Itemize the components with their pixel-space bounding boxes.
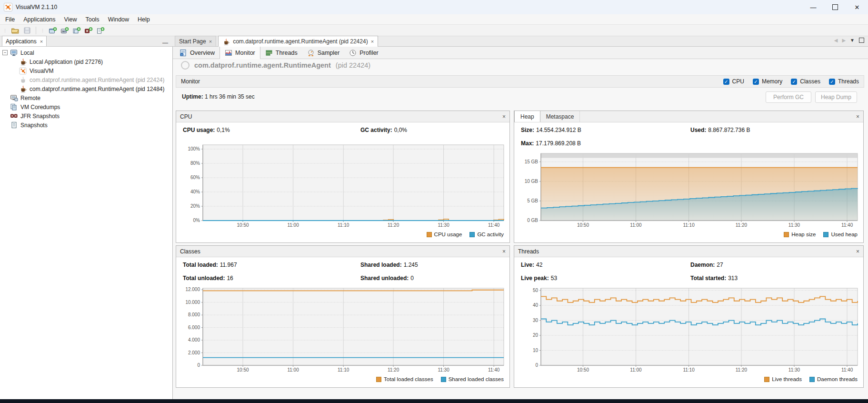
checkbox-memory[interactable]: ✓Memory (753, 78, 782, 85)
doc-tab-com-datprof-runtime-agent-runtimeagent-pid-22424[interactable]: com.datprof.runtime.agent.RuntimeAgent (… (218, 36, 378, 47)
menu-item-applications[interactable]: Applications (19, 15, 60, 24)
save-icon[interactable] (22, 26, 32, 35)
legend-label: Total loaded classes (384, 376, 433, 382)
legend-item-shared-loaded-classes: Shared loaded classes (441, 376, 504, 382)
stat-value: 42 (536, 262, 542, 268)
heap-stats: Size:14.554.234.912 BUsed:8.867.872.736 … (514, 122, 863, 151)
tree-item-snapshots[interactable]: Snapshots (0, 121, 172, 130)
legend-swatch (427, 232, 432, 237)
stat-shared-loaded: Shared loaded:1.245 (360, 262, 503, 272)
applications-tab[interactable]: Applications × (2, 36, 47, 46)
tab-label: Overview (190, 50, 215, 56)
stat-label: Daemon: (690, 262, 715, 268)
tree-item-visualvm[interactable]: VisualVM (0, 66, 172, 75)
doc-tab-start-page[interactable]: Start Page× (175, 36, 216, 46)
tree-item-com-datprof-runtime-agent-runtimeagent-pid-12484[interactable]: com.datprof.runtime.agent.RuntimeAgent (… (0, 84, 172, 93)
svg-text:10: 10 (533, 348, 539, 353)
heap-panel-close-icon[interactable]: × (856, 113, 859, 120)
svg-text:11:30: 11:30 (788, 222, 800, 228)
heap-tab-heap[interactable]: Heap (514, 111, 540, 122)
svg-text:10:50: 10:50 (237, 222, 249, 228)
scroll-tabs-left-icon[interactable]: ◀ (834, 38, 838, 43)
visualvm-logo-icon (4, 3, 12, 11)
toolbar-separator (36, 27, 36, 34)
legend-label: Heap size (791, 232, 816, 237)
threads-panel-close-icon[interactable]: × (856, 248, 859, 255)
svg-text:10:50: 10:50 (577, 367, 589, 373)
checkbox-check-icon: ✓ (723, 79, 729, 85)
doc-tab-close-icon[interactable]: × (209, 39, 212, 44)
cpu-stats: CPU usage:0,1%GC activity:0,0% (176, 122, 509, 142)
visualvm-window: VisualVM 2.1.10 — ✕ FileApplicationsView… (0, 0, 868, 403)
svg-text:11:20: 11:20 (388, 222, 399, 228)
maximize-tab-icon[interactable] (859, 38, 864, 43)
tree-item-local-application-pid-27276[interactable]: Local Application (pid 27276) (0, 57, 172, 66)
snapshot-icon (10, 121, 18, 129)
close-button[interactable]: ✕ (846, 0, 868, 14)
maximize-button[interactable] (824, 0, 846, 14)
tab-sampler[interactable]: Sampler (302, 47, 345, 59)
stat-size: Size:14.554.234.912 B (521, 127, 690, 137)
add-jmx-connection-icon[interactable]: JMX (60, 26, 70, 35)
tab-label: Threads (276, 50, 298, 56)
checkbox-cpu[interactable]: ✓CPU (723, 78, 744, 85)
menu-item-file[interactable]: File (1, 15, 19, 24)
tab-list-dropdown-icon[interactable]: ▼ (850, 38, 855, 43)
add-vm-coredump-icon[interactable] (71, 26, 82, 35)
tab-threads[interactable]: Threads (260, 47, 302, 59)
legend-swatch (823, 232, 828, 237)
legend-item-daemon-threads: Daemon threads (809, 376, 858, 382)
checkbox-label: Threads (838, 78, 859, 85)
stat-label: Live peak: (521, 275, 549, 282)
svg-text:60%: 60% (190, 175, 200, 180)
tree-item-com-datprof-runtime-agent-runtimeagent-pid-22424[interactable]: com.datprof.runtime.agent.RuntimeAgent (… (0, 75, 172, 84)
java-icon (19, 58, 27, 66)
menu-item-view[interactable]: View (60, 15, 81, 24)
tab-monitor[interactable]: Monitor (219, 46, 260, 59)
heap-dump-button[interactable]: Heap Dump (815, 91, 857, 103)
menu-item-window[interactable]: Window (104, 15, 133, 24)
svg-text:0: 0 (197, 363, 200, 368)
svg-text:10:50: 10:50 (577, 222, 589, 228)
heap-tab-metaspace[interactable]: Metaspace (540, 111, 580, 122)
tree-item-label: Remote (20, 95, 40, 101)
tree-item-remote[interactable]: Remote (0, 93, 172, 102)
checkbox-label: Memory (762, 78, 782, 85)
tab-overview[interactable]: iOverview (175, 47, 219, 59)
add-jfr-snapshot-icon[interactable] (83, 26, 94, 35)
doc-tab-close-icon[interactable]: × (371, 39, 374, 44)
svg-text:40: 40 (533, 302, 539, 308)
add-application-icon[interactable] (48, 26, 58, 35)
applications-tab-close-icon[interactable]: × (40, 39, 43, 44)
checkbox-threads[interactable]: ✓Threads (829, 78, 859, 85)
svg-text:10:50: 10:50 (237, 367, 249, 373)
cpu-panel-close-icon[interactable]: × (502, 113, 506, 120)
classes-panel-close-icon[interactable]: × (502, 248, 506, 255)
menu-item-help[interactable]: Help (133, 15, 154, 24)
minimize-button[interactable]: — (802, 0, 824, 14)
monitor-section-bar: Monitor ✓CPU✓Memory✓Classes✓Threads (176, 75, 864, 88)
tree-expander-icon[interactable]: − (2, 50, 8, 55)
svg-text:11:30: 11:30 (788, 367, 800, 373)
add-snapshot-icon[interactable] (95, 26, 106, 35)
legend-label: Live threads (772, 376, 802, 382)
stat-value: 14.554.234.912 B (536, 127, 581, 133)
tree-item-jfr-snapshots[interactable]: JFR Snapshots (0, 111, 172, 121)
legend-label: Shared loaded classes (449, 376, 504, 382)
svg-text:11:00: 11:00 (287, 222, 299, 228)
tree-item-local[interactable]: −Local (0, 48, 172, 57)
stat-max: Max:17.179.869.208 B (521, 140, 690, 151)
tree-item-vm-coredumps[interactable]: VM Coredumps (0, 102, 172, 111)
perform-gc-button[interactable]: Perform GC (766, 91, 811, 103)
title-bar: VisualVM 2.1.10 — ✕ (0, 0, 868, 14)
menu-item-tools[interactable]: Tools (81, 15, 103, 24)
svg-text:5 GB: 5 GB (527, 198, 538, 203)
svg-text:11:10: 11:10 (338, 222, 349, 228)
collapse-sidebar-button[interactable]: — (162, 41, 168, 44)
application-name: com.datprof.runtime.agent.RuntimeAgent (194, 61, 331, 69)
scroll-tabs-right-icon[interactable]: ▶ (842, 38, 846, 43)
stat-value: 0,0% (394, 127, 407, 133)
checkbox-classes[interactable]: ✓Classes (791, 78, 820, 85)
load-snapshot-icon[interactable] (10, 26, 20, 35)
tab-profiler[interactable]: Profiler (344, 47, 383, 59)
